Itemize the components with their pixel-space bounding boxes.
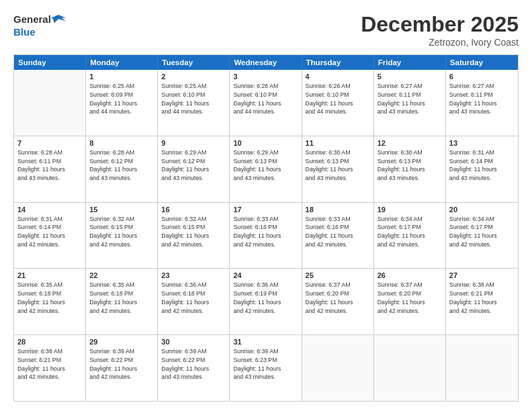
day-number: 8 bbox=[89, 139, 154, 147]
cell-info: Sunrise: 6:26 AM Sunset: 6:10 PM Dayligh… bbox=[233, 82, 298, 116]
day-number: 9 bbox=[161, 139, 226, 147]
cell-info: Sunrise: 6:29 AM Sunset: 6:13 PM Dayligh… bbox=[233, 148, 298, 183]
day-header-tuesday: Tuesday bbox=[158, 55, 230, 70]
cell-info: Sunrise: 6:36 AM Sunset: 6:18 PM Dayligh… bbox=[161, 281, 226, 315]
cal-cell: 8Sunrise: 6:28 AM Sunset: 6:12 PM Daylig… bbox=[86, 136, 158, 202]
cal-cell: 19Sunrise: 6:34 AM Sunset: 6:17 PM Dayli… bbox=[374, 203, 446, 269]
cell-info: Sunrise: 6:37 AM Sunset: 6:20 PM Dayligh… bbox=[306, 281, 370, 315]
day-number: 12 bbox=[378, 139, 442, 147]
cal-cell: 27Sunrise: 6:38 AM Sunset: 6:21 PM Dayli… bbox=[446, 269, 518, 334]
cell-info: Sunrise: 6:33 AM Sunset: 6:16 PM Dayligh… bbox=[233, 215, 298, 249]
cell-info: Sunrise: 6:30 AM Sunset: 6:13 PM Dayligh… bbox=[378, 148, 442, 183]
day-number: 24 bbox=[233, 271, 298, 279]
day-number: 13 bbox=[449, 139, 515, 147]
day-number: 1 bbox=[89, 73, 154, 81]
cal-cell: 28Sunrise: 6:38 AM Sunset: 6:21 PM Dayli… bbox=[14, 335, 86, 401]
week-row-4: 21Sunrise: 6:35 AM Sunset: 6:18 PM Dayli… bbox=[14, 268, 518, 334]
cal-cell: 23Sunrise: 6:36 AM Sunset: 6:18 PM Dayli… bbox=[158, 269, 230, 334]
cell-info: Sunrise: 6:34 AM Sunset: 6:17 PM Dayligh… bbox=[449, 215, 515, 249]
cal-cell: 25Sunrise: 6:37 AM Sunset: 6:20 PM Dayli… bbox=[302, 269, 374, 334]
calendar-header: SundayMondayTuesdayWednesdayThursdayFrid… bbox=[14, 55, 518, 70]
day-number: 7 bbox=[17, 139, 82, 147]
day-number: 29 bbox=[89, 338, 154, 346]
cal-cell: 2Sunrise: 6:25 AM Sunset: 6:10 PM Daylig… bbox=[158, 70, 230, 136]
header: General Blue December 2025 Zetrozon, Ivo… bbox=[13, 12, 519, 48]
cell-info: Sunrise: 6:37 AM Sunset: 6:20 PM Dayligh… bbox=[378, 281, 442, 315]
cal-cell: 16Sunrise: 6:32 AM Sunset: 6:15 PM Dayli… bbox=[158, 203, 230, 269]
day-number: 26 bbox=[378, 271, 442, 279]
cal-cell: 5Sunrise: 6:27 AM Sunset: 6:11 PM Daylig… bbox=[374, 70, 446, 136]
day-header-saturday: Saturday bbox=[446, 55, 518, 70]
day-number: 25 bbox=[306, 271, 370, 279]
cell-info: Sunrise: 6:26 AM Sunset: 6:10 PM Dayligh… bbox=[306, 82, 370, 116]
cal-cell: 11Sunrise: 6:30 AM Sunset: 6:13 PM Dayli… bbox=[302, 136, 374, 202]
cell-info: Sunrise: 6:36 AM Sunset: 6:19 PM Dayligh… bbox=[233, 281, 298, 315]
logo-general: General bbox=[13, 14, 51, 26]
cell-info: Sunrise: 6:27 AM Sunset: 6:11 PM Dayligh… bbox=[449, 82, 515, 116]
cell-info: Sunrise: 6:25 AM Sunset: 6:09 PM Dayligh… bbox=[89, 82, 154, 116]
day-number: 22 bbox=[89, 271, 154, 279]
day-number: 11 bbox=[306, 139, 370, 147]
cell-info: Sunrise: 6:39 AM Sunset: 6:22 PM Dayligh… bbox=[161, 347, 226, 381]
cal-cell: 20Sunrise: 6:34 AM Sunset: 6:17 PM Dayli… bbox=[446, 203, 518, 269]
cell-info: Sunrise: 6:38 AM Sunset: 6:21 PM Dayligh… bbox=[17, 347, 82, 381]
week-row-3: 14Sunrise: 6:31 AM Sunset: 6:14 PM Dayli… bbox=[14, 202, 518, 269]
day-number: 17 bbox=[233, 205, 298, 214]
cal-cell: 12Sunrise: 6:30 AM Sunset: 6:13 PM Dayli… bbox=[374, 136, 446, 202]
day-header-thursday: Thursday bbox=[302, 55, 374, 70]
day-header-sunday: Sunday bbox=[14, 55, 86, 70]
day-header-wednesday: Wednesday bbox=[230, 55, 302, 70]
logo: General Blue bbox=[13, 12, 66, 38]
location-subtitle: Zetrozon, Ivory Coast bbox=[361, 37, 519, 48]
cal-cell: 24Sunrise: 6:36 AM Sunset: 6:19 PM Dayli… bbox=[230, 269, 302, 334]
cal-cell: 7Sunrise: 6:28 AM Sunset: 6:11 PM Daylig… bbox=[14, 136, 86, 202]
cal-cell: 26Sunrise: 6:37 AM Sunset: 6:20 PM Dayli… bbox=[374, 269, 446, 334]
cal-cell bbox=[14, 70, 86, 136]
month-title: December 2025 bbox=[361, 12, 519, 37]
cal-cell: 30Sunrise: 6:39 AM Sunset: 6:22 PM Dayli… bbox=[158, 335, 230, 401]
cell-info: Sunrise: 6:27 AM Sunset: 6:11 PM Dayligh… bbox=[378, 82, 442, 116]
week-row-5: 28Sunrise: 6:38 AM Sunset: 6:21 PM Dayli… bbox=[14, 334, 518, 401]
calendar-body: 1Sunrise: 6:25 AM Sunset: 6:09 PM Daylig… bbox=[14, 70, 518, 401]
day-header-friday: Friday bbox=[374, 55, 446, 70]
cell-info: Sunrise: 6:31 AM Sunset: 6:14 PM Dayligh… bbox=[449, 148, 515, 183]
cell-info: Sunrise: 6:30 AM Sunset: 6:13 PM Dayligh… bbox=[306, 148, 370, 183]
cell-info: Sunrise: 6:33 AM Sunset: 6:16 PM Dayligh… bbox=[306, 215, 370, 249]
cell-info: Sunrise: 6:25 AM Sunset: 6:10 PM Dayligh… bbox=[161, 82, 226, 116]
day-header-monday: Monday bbox=[86, 55, 158, 70]
day-number: 21 bbox=[17, 271, 82, 279]
day-number: 27 bbox=[449, 271, 515, 279]
cell-info: Sunrise: 6:28 AM Sunset: 6:11 PM Dayligh… bbox=[17, 148, 82, 183]
logo-blue: Blue bbox=[13, 27, 36, 38]
day-number: 20 bbox=[449, 205, 515, 214]
title-block: December 2025 Zetrozon, Ivory Coast bbox=[361, 12, 519, 48]
day-number: 30 bbox=[161, 338, 226, 346]
cell-info: Sunrise: 6:34 AM Sunset: 6:17 PM Dayligh… bbox=[378, 215, 442, 249]
cell-info: Sunrise: 6:32 AM Sunset: 6:15 PM Dayligh… bbox=[161, 215, 226, 249]
cal-cell bbox=[374, 335, 446, 401]
cal-cell: 18Sunrise: 6:33 AM Sunset: 6:16 PM Dayli… bbox=[302, 203, 374, 269]
cal-cell: 3Sunrise: 6:26 AM Sunset: 6:10 PM Daylig… bbox=[230, 70, 302, 136]
day-number: 23 bbox=[161, 271, 226, 279]
cal-cell: 9Sunrise: 6:29 AM Sunset: 6:12 PM Daylig… bbox=[158, 136, 230, 202]
day-number: 5 bbox=[378, 73, 442, 81]
day-number: 16 bbox=[161, 205, 226, 214]
week-row-2: 7Sunrise: 6:28 AM Sunset: 6:11 PM Daylig… bbox=[14, 136, 518, 202]
cal-cell: 15Sunrise: 6:32 AM Sunset: 6:15 PM Dayli… bbox=[86, 203, 158, 269]
cal-cell: 10Sunrise: 6:29 AM Sunset: 6:13 PM Dayli… bbox=[230, 136, 302, 202]
cal-cell: 1Sunrise: 6:25 AM Sunset: 6:09 PM Daylig… bbox=[86, 70, 158, 136]
cal-cell: 6Sunrise: 6:27 AM Sunset: 6:11 PM Daylig… bbox=[446, 70, 518, 136]
cal-cell: 17Sunrise: 6:33 AM Sunset: 6:16 PM Dayli… bbox=[230, 203, 302, 269]
cal-cell: 13Sunrise: 6:31 AM Sunset: 6:14 PM Dayli… bbox=[446, 136, 518, 202]
day-number: 31 bbox=[233, 338, 298, 346]
cal-cell: 29Sunrise: 6:39 AM Sunset: 6:22 PM Dayli… bbox=[86, 335, 158, 401]
cell-info: Sunrise: 6:38 AM Sunset: 6:21 PM Dayligh… bbox=[449, 281, 515, 315]
cal-cell: 31Sunrise: 6:39 AM Sunset: 6:23 PM Dayli… bbox=[230, 335, 302, 401]
page: General Blue December 2025 Zetrozon, Ivo… bbox=[0, 0, 532, 411]
cell-info: Sunrise: 6:35 AM Sunset: 6:18 PM Dayligh… bbox=[89, 281, 154, 315]
cell-info: Sunrise: 6:39 AM Sunset: 6:22 PM Dayligh… bbox=[89, 347, 154, 381]
cell-info: Sunrise: 6:29 AM Sunset: 6:12 PM Dayligh… bbox=[161, 148, 226, 183]
day-number: 15 bbox=[89, 205, 154, 214]
day-number: 4 bbox=[306, 73, 370, 81]
cell-info: Sunrise: 6:31 AM Sunset: 6:14 PM Dayligh… bbox=[17, 215, 82, 249]
